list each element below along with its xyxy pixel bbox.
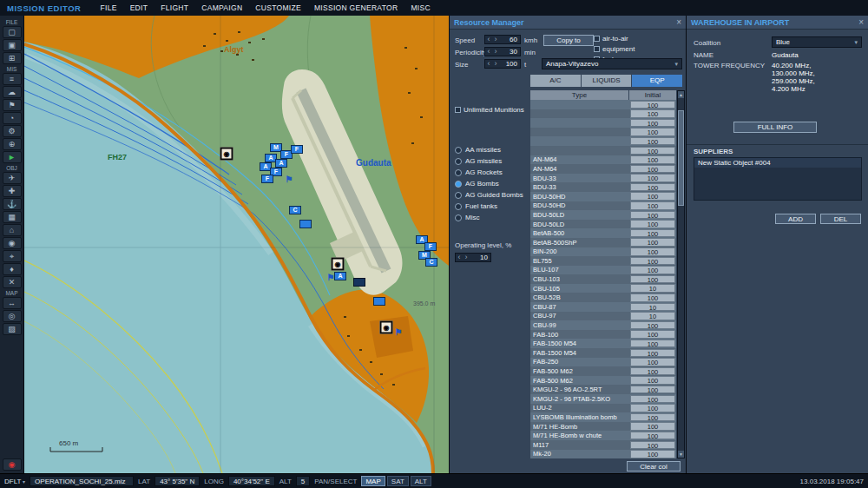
speed-value[interactable]: 60 (499, 36, 520, 43)
decrement-icon[interactable] (456, 254, 463, 261)
template-icon[interactable]: ⌖ (3, 250, 22, 262)
triggers-icon[interactable]: ⊕ (3, 138, 22, 150)
weather-icon[interactable]: ☁ (3, 86, 22, 98)
category-radio[interactable]: AA missiles (455, 144, 523, 155)
table-row[interactable]: LUU-2 100 (530, 404, 676, 413)
unlimited-munitions-checkbox[interactable]: Unlimited Munitions (455, 106, 524, 114)
initial-quantity-cell[interactable]: 100 (630, 413, 675, 422)
map-unit-icon[interactable]: A (275, 159, 287, 168)
table-row[interactable]: CBU-97 10 (530, 312, 676, 321)
table-row[interactable]: BLU-107 100 (530, 266, 676, 275)
table-row[interactable]: 100 (530, 136, 676, 146)
table-row[interactable]: AN-M64 100 (530, 164, 676, 174)
table-row[interactable]: 100 (530, 128, 676, 137)
exit-icon[interactable]: ◉ (3, 458, 22, 471)
helicopter-icon[interactable]: ✚ (3, 185, 22, 197)
map-unit-icon[interactable]: F (261, 175, 273, 183)
table-row[interactable]: KMGU-2 - 96 PTAB-2.5KO 100 (530, 394, 676, 404)
table-row[interactable]: FAB-100 100 (530, 330, 676, 340)
initial-quantity-cell[interactable]: 100 (630, 147, 675, 155)
initial-quantity-cell[interactable]: 100 (630, 441, 675, 450)
initial-quantity-cell[interactable]: 100 (630, 275, 675, 284)
type-column-header[interactable]: Type (530, 90, 628, 100)
table-row[interactable]: BIN-200 100 (530, 247, 676, 257)
options-icon[interactable]: ⚙ (3, 125, 22, 137)
initial-quantity-cell[interactable]: 100 (630, 155, 675, 164)
radio-dot[interactable] (455, 192, 462, 199)
mode-dropdown[interactable]: DFLT (4, 478, 25, 485)
menu-customize[interactable]: CUSTOMIZE (255, 3, 301, 12)
table-row[interactable]: FAB-250 100 (530, 358, 676, 367)
table-row[interactable]: BDU-50HD 100 (530, 201, 676, 211)
table-row[interactable]: BetAB-500ShP 100 (530, 238, 676, 247)
initial-column-header[interactable]: Initial (629, 90, 676, 100)
operating-level-stepper[interactable]: 10 (455, 253, 491, 262)
radio-dot[interactable] (455, 203, 462, 210)
scrollbar-thumb[interactable] (678, 110, 684, 206)
initial-quantity-cell[interactable]: 100 (630, 293, 675, 302)
close-icon[interactable] (676, 18, 681, 27)
initial-quantity-cell[interactable]: 100 (630, 450, 675, 458)
coalition-dropdown[interactable]: Blue (772, 36, 862, 48)
table-row[interactable]: M117 100 (530, 440, 676, 450)
table-row[interactable]: M/71 HE-Bomb w chute 100 (530, 431, 676, 440)
increment-icon[interactable] (492, 60, 499, 68)
full-info-button[interactable]: FULL INFO (733, 122, 817, 133)
radio-dot[interactable] (455, 158, 462, 165)
table-scrollbar[interactable] (677, 90, 685, 458)
category-radio[interactable]: AG Rockets (455, 167, 523, 178)
table-row[interactable]: M/71 HE-Bomb 100 (530, 422, 676, 432)
table-row[interactable]: CBU-103 100 (530, 274, 676, 284)
initial-quantity-cell[interactable]: 10 (630, 312, 675, 320)
initial-quantity-cell[interactable]: 100 (630, 349, 675, 358)
initial-quantity-cell[interactable]: 100 (630, 238, 675, 247)
initial-quantity-cell[interactable]: 10 (630, 284, 675, 293)
menu-mission-generator[interactable]: MISSION GENERATOR (314, 3, 398, 12)
table-row[interactable]: AN-M64 100 (530, 155, 676, 165)
table-row[interactable]: BDU-33 100 (530, 182, 676, 192)
initial-quantity-cell[interactable]: 100 (630, 266, 675, 274)
air-to-air-checkbox[interactable]: air-to-air (594, 35, 684, 43)
table-row[interactable]: BetAB-500 100 (530, 228, 676, 238)
del-supplier-button[interactable]: DEL (820, 214, 861, 224)
initial-quantity-cell[interactable]: 100 (630, 183, 675, 192)
table-row[interactable]: LYSBOMB Illumination bomb 100 (530, 412, 676, 422)
initial-quantity-cell[interactable]: 100 (630, 201, 675, 210)
goals-icon[interactable]: ⚑ (3, 99, 22, 111)
checkbox-box[interactable] (594, 36, 600, 42)
radio-dot[interactable] (455, 147, 462, 154)
initial-quantity-cell[interactable]: 100 (630, 367, 675, 376)
size-stepper[interactable]: 100 (484, 59, 521, 69)
category-radio[interactable]: AG Bombs (455, 178, 523, 189)
increment-icon[interactable] (492, 36, 499, 43)
map-unit-icon[interactable]: A (334, 272, 346, 280)
category-radio[interactable]: AG Guided Bombs (455, 189, 523, 201)
initial-quantity-cell[interactable]: 100 (630, 321, 675, 330)
map-layers-icon[interactable]: ▨ (3, 323, 22, 335)
open-mission-icon[interactable]: ▣ (3, 39, 22, 51)
map-unit-icon[interactable] (220, 148, 233, 161)
menu-flight[interactable]: FLIGHT (161, 3, 188, 12)
tab-eqp[interactable]: EQP (632, 75, 682, 87)
destination-airport-dropdown[interactable]: Anapa-Vityazevo (542, 58, 682, 69)
category-radio[interactable]: Fuel tanks (455, 201, 523, 212)
decrement-icon[interactable] (485, 48, 492, 56)
alt-layer-button[interactable]: ALT (411, 476, 431, 486)
initial-quantity-cell[interactable]: 100 (630, 128, 675, 136)
snap-view-icon[interactable]: ◎ (3, 310, 22, 322)
table-row[interactable]: BDU-50LD 100 (530, 220, 676, 229)
table-row[interactable]: 100 (530, 109, 676, 119)
decrement-icon[interactable] (485, 60, 492, 68)
menu-misc[interactable]: MISC (411, 3, 430, 12)
initial-quantity-cell[interactable]: 100 (630, 376, 675, 385)
airplane-icon[interactable]: ✈ (3, 172, 22, 184)
suppliers-list[interactable]: New Static Object #004 (694, 157, 862, 201)
radio-dot[interactable] (455, 214, 462, 221)
ship-icon[interactable]: ⚓ (3, 198, 22, 210)
checkbox-box[interactable] (594, 46, 600, 52)
table-row[interactable]: 100 (530, 146, 676, 155)
periodicity-stepper[interactable]: 30 (484, 47, 521, 56)
map-unit-icon[interactable] (353, 278, 365, 287)
static-object-icon[interactable]: ⌂ (3, 224, 22, 236)
map-layer-button[interactable]: MAP (361, 476, 385, 486)
